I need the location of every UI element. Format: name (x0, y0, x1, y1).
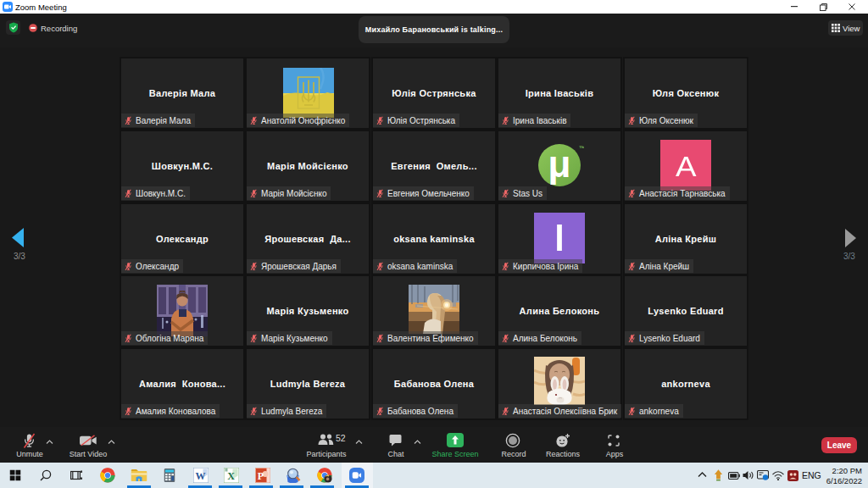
svg-text:™: ™ (579, 145, 584, 152)
svg-text:P: P (258, 470, 264, 482)
svg-text:μ: μ (548, 143, 571, 185)
svg-text:W: W (196, 470, 206, 482)
svg-text:X: X (227, 470, 235, 482)
